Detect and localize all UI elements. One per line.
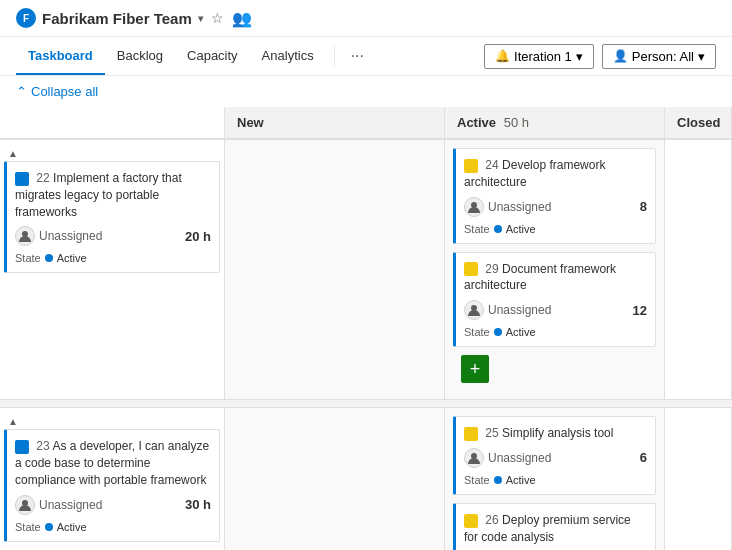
task-24-state: State Active [464,223,647,235]
members-icon[interactable]: 👥 [232,9,252,28]
nav-right: 🔔 Iteration 1 ▾ 👤 Person: All ▾ [484,44,716,69]
iteration-button[interactable]: 🔔 Iteration 1 ▾ [484,44,594,69]
more-menu-button[interactable]: ··· [343,37,372,75]
tab-backlog[interactable]: Backlog [105,38,175,75]
nav-divider [334,46,335,66]
task-24-avatar [464,197,484,217]
add-task-button-row1[interactable]: + [461,355,489,383]
story-22-title: 22 Implement a factory that migrates leg… [15,170,211,220]
task-25-meta: Unassigned 6 [464,448,647,468]
board-rows: ▲ 22 Implement a factory that migrates l… [0,140,732,550]
story-23-state: State Active [15,521,211,533]
story-23-assignee: Unassigned [39,498,102,512]
task-25-assignee: Unassigned [488,451,551,465]
task-26-id: 26 [485,513,498,527]
state-label-25: State [464,474,490,486]
state-label-29: State [464,326,490,338]
state-text-25: Active [506,474,536,486]
column-headers: New Active 50 h Closed [0,107,732,140]
task-25-state: State Active [464,474,647,486]
task-24-meta: Unassigned 8 [464,197,647,217]
top-bar: F Fabrikam Fiber Team ▾ ☆ 👥 [0,0,732,37]
person-icon: 👤 [613,49,628,63]
story-22-hours: 20 h [185,229,211,244]
row2-story-cell: ▲ 23 As a developer, I can analyze a cod… [0,408,225,550]
state-label-23: State [15,521,41,533]
tab-capacity[interactable]: Capacity [175,38,250,75]
task-24-id: 24 [485,158,498,172]
collapse-icon: ⌃ [16,84,27,99]
state-text: Active [57,252,87,264]
row1-header: ▲ [4,144,220,161]
task-icon-25 [464,427,478,441]
story-22-meta: Unassigned 20 h [15,226,211,246]
task-icon-26 [464,514,478,528]
iteration-label: Iteration 1 [514,49,572,64]
task-card-24: 24 Develop framework architecture Unassi… [453,148,656,244]
state-text-29: Active [506,326,536,338]
row2-header: ▲ [4,412,220,429]
person-chevron: ▾ [698,49,705,64]
task-24-assignee: Unassigned [488,200,551,214]
story-23-id: 23 [36,439,49,453]
row-separator [0,400,732,408]
task-24-user: Unassigned [464,197,551,217]
task-card-26: 26 Deploy premium service for code analy… [453,503,656,550]
tab-analytics[interactable]: Analytics [250,38,326,75]
task-icon-24 [464,159,478,173]
story-22-state: State Active [15,252,211,264]
active-dot [45,254,53,262]
task-25-id: 25 [485,426,498,440]
task-card-29: 29 Document framework architecture Unass… [453,252,656,348]
row1-closed-cell [665,140,732,399]
row1-new-cell [225,140,445,399]
task-icon-29 [464,262,478,276]
task-24-title: 24 Develop framework architecture [464,157,647,191]
story-23-meta: Unassigned 30 h [15,495,211,515]
collapse-label: Collapse all [31,84,98,99]
task-29-avatar [464,300,484,320]
iteration-chevron: ▾ [576,49,583,64]
task-29-id: 29 [485,262,498,276]
board-row-2: ▲ 23 As a developer, I can analyze a cod… [0,408,732,550]
task-25-title: 25 Simplify analysis tool [464,425,647,442]
task-29-user: Unassigned [464,300,551,320]
active-dot-29 [494,328,502,336]
row1-collapse-icon[interactable]: ▲ [8,148,18,159]
col-header-left [0,107,225,139]
story-22-avatar [15,226,35,246]
task-26-title: 26 Deploy premium service for code analy… [464,512,647,546]
story-22-user: Unassigned [15,226,102,246]
col-header-active: Active 50 h [445,107,665,139]
col-new-label: New [237,115,264,130]
team-name-label: Fabrikam Fiber Team [42,10,192,27]
task-29-state: State Active [464,326,647,338]
collapse-all-button[interactable]: ⌃ Collapse all [16,84,98,99]
board-toolbar: ⌃ Collapse all [0,76,732,107]
row2-active-cell: 25 Simplify analysis tool Unassigned 6 [445,408,665,550]
story-icon-23 [15,440,29,454]
story-23-user: Unassigned [15,495,102,515]
story-23-hours: 30 h [185,497,211,512]
row1-active-cell: 24 Develop framework architecture Unassi… [445,140,665,399]
col-header-closed: Closed [665,107,732,139]
state-text-24: Active [506,223,536,235]
row2-collapse-icon[interactable]: ▲ [8,416,18,427]
story-23-title: 23 As a developer, I can analyze a code … [15,438,211,488]
tab-taskboard[interactable]: Taskboard [16,38,105,75]
person-button[interactable]: 👤 Person: All ▾ [602,44,716,69]
state-label-24: State [464,223,490,235]
task-25-user: Unassigned [464,448,551,468]
active-dot-24 [494,225,502,233]
task-card-25: 25 Simplify analysis tool Unassigned 6 [453,416,656,495]
story-22-assignee: Unassigned [39,229,102,243]
team-name-button[interactable]: F Fabrikam Fiber Team ▾ [16,8,203,28]
team-icon: F [16,8,36,28]
state-label: State [15,252,41,264]
favorite-icon[interactable]: ☆ [211,10,224,26]
col-header-new: New [225,107,445,139]
task-25-avatar [464,448,484,468]
nav-tabs: Taskboard Backlog Capacity Analytics ···… [0,37,732,76]
story-icon [15,172,29,186]
active-dot-25 [494,476,502,484]
